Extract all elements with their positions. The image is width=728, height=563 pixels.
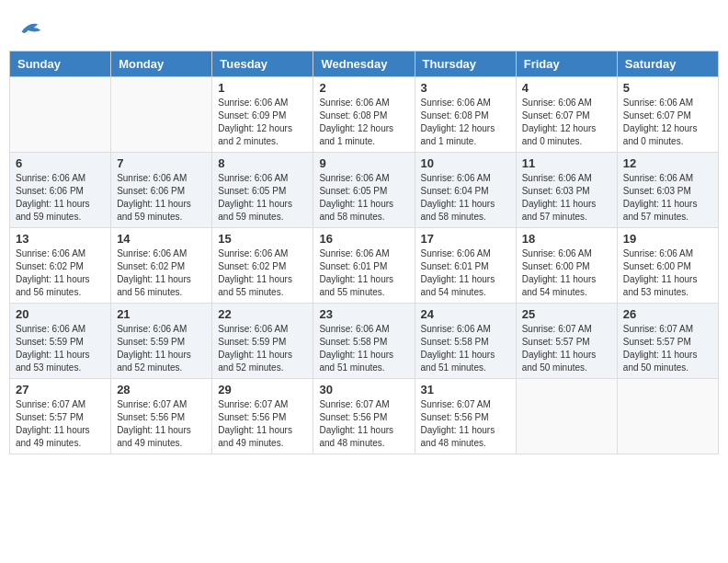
calendar-week-row: 20 Sunrise: 6:06 AM Sunset: 5:59 PM Dayl… — [10, 304, 719, 379]
calendar-day-cell: 26 Sunrise: 6:07 AM Sunset: 5:57 PM Dayl… — [617, 304, 718, 379]
calendar-day-cell: 15 Sunrise: 6:06 AM Sunset: 6:02 PM Dayl… — [212, 228, 313, 304]
day-number: 5 — [623, 81, 712, 95]
day-number: 28 — [117, 383, 206, 396]
day-number: 1 — [218, 81, 307, 95]
day-info: Sunrise: 6:06 AM Sunset: 6:05 PM Dayligh… — [218, 172, 307, 224]
day-number: 29 — [218, 383, 307, 396]
calendar-day-cell — [516, 379, 617, 454]
day-number: 26 — [623, 307, 712, 321]
day-number: 18 — [522, 232, 611, 246]
day-info: Sunrise: 6:06 AM Sunset: 6:03 PM Dayligh… — [623, 172, 712, 224]
day-info: Sunrise: 6:06 AM Sunset: 5:59 PM Dayligh… — [16, 323, 105, 374]
day-number: 3 — [421, 81, 510, 95]
calendar-day-cell: 8 Sunrise: 6:06 AM Sunset: 6:05 PM Dayli… — [212, 153, 313, 228]
day-info: Sunrise: 6:06 AM Sunset: 6:03 PM Dayligh… — [522, 172, 611, 224]
day-info: Sunrise: 6:06 AM Sunset: 6:02 PM Dayligh… — [16, 247, 105, 299]
weekday-header: Sunday — [10, 52, 111, 77]
day-info: Sunrise: 6:06 AM Sunset: 5:59 PM Dayligh… — [218, 323, 307, 374]
calendar-day-cell: 18 Sunrise: 6:06 AM Sunset: 6:00 PM Dayl… — [516, 228, 617, 304]
day-number: 14 — [117, 232, 206, 246]
calendar-day-cell: 5 Sunrise: 6:06 AM Sunset: 6:07 PM Dayli… — [617, 77, 718, 153]
calendar-day-cell: 23 Sunrise: 6:06 AM Sunset: 5:58 PM Dayl… — [313, 304, 415, 379]
day-number: 13 — [16, 232, 105, 246]
day-info: Sunrise: 6:07 AM Sunset: 5:56 PM Dayligh… — [218, 398, 307, 450]
day-number: 6 — [16, 156, 105, 170]
day-number: 16 — [319, 232, 408, 246]
day-number: 4 — [522, 81, 611, 95]
day-info: Sunrise: 6:06 AM Sunset: 6:09 PM Dayligh… — [218, 97, 307, 148]
calendar-day-cell: 31 Sunrise: 6:07 AM Sunset: 5:56 PM Dayl… — [415, 379, 516, 454]
calendar-day-cell: 25 Sunrise: 6:07 AM Sunset: 5:57 PM Dayl… — [516, 304, 617, 379]
day-number: 23 — [319, 307, 408, 321]
day-number: 12 — [623, 156, 712, 170]
day-info: Sunrise: 6:06 AM Sunset: 6:01 PM Dayligh… — [421, 247, 510, 299]
day-info: Sunrise: 6:06 AM Sunset: 6:08 PM Dayligh… — [421, 97, 510, 148]
day-number: 24 — [421, 307, 510, 321]
day-info: Sunrise: 6:06 AM Sunset: 6:04 PM Dayligh… — [421, 172, 510, 224]
calendar-day-cell: 27 Sunrise: 6:07 AM Sunset: 5:57 PM Dayl… — [10, 379, 111, 454]
calendar-day-cell: 17 Sunrise: 6:06 AM Sunset: 6:01 PM Dayl… — [415, 228, 516, 304]
calendar-day-cell: 11 Sunrise: 6:06 AM Sunset: 6:03 PM Dayl… — [516, 153, 617, 228]
day-number: 27 — [16, 383, 105, 396]
calendar-day-cell: 4 Sunrise: 6:06 AM Sunset: 6:07 PM Dayli… — [516, 77, 617, 153]
calendar-day-cell: 19 Sunrise: 6:06 AM Sunset: 6:00 PM Dayl… — [617, 228, 718, 304]
calendar-day-cell: 30 Sunrise: 6:07 AM Sunset: 5:56 PM Dayl… — [313, 379, 415, 454]
calendar-week-row: 1 Sunrise: 6:06 AM Sunset: 6:09 PM Dayli… — [10, 77, 719, 153]
header — [9, 9, 719, 47]
day-info: Sunrise: 6:06 AM Sunset: 6:05 PM Dayligh… — [319, 172, 408, 224]
day-number: 11 — [522, 156, 611, 170]
day-info: Sunrise: 6:06 AM Sunset: 5:59 PM Dayligh… — [117, 323, 206, 374]
calendar-week-row: 6 Sunrise: 6:06 AM Sunset: 6:06 PM Dayli… — [10, 153, 719, 228]
calendar-day-cell: 24 Sunrise: 6:06 AM Sunset: 5:58 PM Dayl… — [415, 304, 516, 379]
day-info: Sunrise: 6:06 AM Sunset: 5:58 PM Dayligh… — [319, 323, 408, 374]
weekday-header: Friday — [516, 52, 617, 77]
calendar-day-cell: 22 Sunrise: 6:06 AM Sunset: 5:59 PM Dayl… — [212, 304, 313, 379]
day-info: Sunrise: 6:06 AM Sunset: 6:06 PM Dayligh… — [117, 172, 206, 224]
day-info: Sunrise: 6:07 AM Sunset: 5:57 PM Dayligh… — [623, 323, 712, 374]
weekday-header: Thursday — [415, 52, 516, 77]
day-number: 20 — [16, 307, 105, 321]
day-number: 10 — [421, 156, 510, 170]
day-info: Sunrise: 6:07 AM Sunset: 5:56 PM Dayligh… — [319, 398, 408, 450]
day-number: 31 — [421, 383, 510, 396]
day-info: Sunrise: 6:06 AM Sunset: 6:00 PM Dayligh… — [522, 247, 611, 299]
day-info: Sunrise: 6:06 AM Sunset: 6:08 PM Dayligh… — [319, 97, 408, 148]
day-number: 8 — [218, 156, 307, 170]
weekday-header: Saturday — [617, 52, 718, 77]
calendar-day-cell: 1 Sunrise: 6:06 AM Sunset: 6:09 PM Dayli… — [212, 77, 313, 153]
calendar-header-row: SundayMondayTuesdayWednesdayThursdayFrid… — [10, 52, 719, 77]
day-info: Sunrise: 6:07 AM Sunset: 5:57 PM Dayligh… — [522, 323, 611, 374]
day-number: 25 — [522, 307, 611, 321]
calendar-day-cell — [111, 77, 212, 153]
calendar-day-cell: 12 Sunrise: 6:06 AM Sunset: 6:03 PM Dayl… — [617, 153, 718, 228]
calendar-table: SundayMondayTuesdayWednesdayThursdayFrid… — [9, 51, 719, 454]
day-info: Sunrise: 6:06 AM Sunset: 6:02 PM Dayligh… — [218, 247, 307, 299]
day-number: 21 — [117, 307, 206, 321]
day-info: Sunrise: 6:07 AM Sunset: 5:56 PM Dayligh… — [421, 398, 510, 450]
calendar-day-cell: 14 Sunrise: 6:06 AM Sunset: 6:02 PM Dayl… — [111, 228, 212, 304]
calendar-day-cell: 16 Sunrise: 6:06 AM Sunset: 6:01 PM Dayl… — [313, 228, 415, 304]
calendar-day-cell: 21 Sunrise: 6:06 AM Sunset: 5:59 PM Dayl… — [111, 304, 212, 379]
calendar-day-cell: 29 Sunrise: 6:07 AM Sunset: 5:56 PM Dayl… — [212, 379, 313, 454]
calendar-day-cell — [617, 379, 718, 454]
calendar-day-cell: 10 Sunrise: 6:06 AM Sunset: 6:04 PM Dayl… — [415, 153, 516, 228]
calendar-day-cell: 3 Sunrise: 6:06 AM Sunset: 6:08 PM Dayli… — [415, 77, 516, 153]
weekday-header: Wednesday — [313, 52, 415, 77]
calendar-week-row: 13 Sunrise: 6:06 AM Sunset: 6:02 PM Dayl… — [10, 228, 719, 304]
calendar-week-row: 27 Sunrise: 6:07 AM Sunset: 5:57 PM Dayl… — [10, 379, 719, 454]
day-number: 9 — [319, 156, 408, 170]
calendar-day-cell: 28 Sunrise: 6:07 AM Sunset: 5:56 PM Dayl… — [111, 379, 212, 454]
day-number: 17 — [421, 232, 510, 246]
day-number: 30 — [319, 383, 408, 396]
day-number: 7 — [117, 156, 206, 170]
weekday-header: Monday — [111, 52, 212, 77]
day-info: Sunrise: 6:06 AM Sunset: 6:00 PM Dayligh… — [623, 247, 712, 299]
day-info: Sunrise: 6:07 AM Sunset: 5:56 PM Dayligh… — [117, 398, 206, 450]
calendar-day-cell: 9 Sunrise: 6:06 AM Sunset: 6:05 PM Dayli… — [313, 153, 415, 228]
day-number: 19 — [623, 232, 712, 246]
weekday-header: Tuesday — [212, 52, 313, 77]
calendar-day-cell: 7 Sunrise: 6:06 AM Sunset: 6:06 PM Dayli… — [111, 153, 212, 228]
calendar-day-cell — [10, 77, 111, 153]
logo — [18, 18, 48, 42]
day-info: Sunrise: 6:06 AM Sunset: 6:07 PM Dayligh… — [623, 97, 712, 148]
